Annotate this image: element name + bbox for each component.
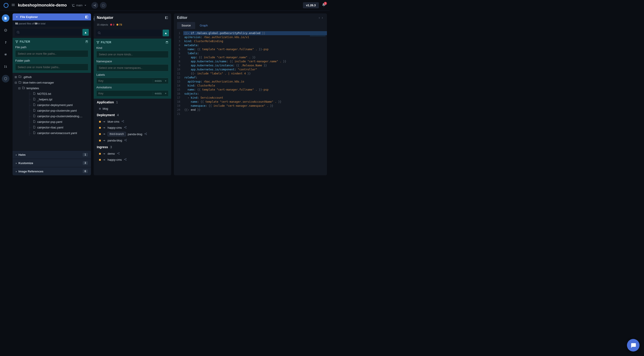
layout-icon[interactable] — [165, 16, 168, 19]
tree-folder-templates[interactable]: ⊟templates — [12, 85, 91, 91]
tree-file[interactable]: cainjector-deployment.yaml — [12, 102, 91, 108]
tree-file[interactable]: _helpers.tpl — [12, 97, 91, 102]
svg-point-16 — [122, 121, 122, 122]
labels-key-input[interactable] — [98, 79, 153, 83]
svg-rect-7 — [86, 16, 86, 18]
annotations-exists[interactable]: exists — [153, 92, 164, 95]
accordion-kustomize[interactable]: ›Kustomize3 — [12, 159, 91, 167]
svg-point-18 — [123, 122, 124, 123]
tree-file[interactable]: cainjector-psp-clusterrole.yaml — [12, 108, 91, 113]
tab-source[interactable]: Source — [177, 22, 195, 29]
editor-next-button[interactable]: › — [321, 16, 324, 20]
tree-file[interactable]: cainjector-psp-clusterrolebinding.... — [12, 113, 91, 119]
notification-count: 1 — [324, 2, 327, 5]
branch-icon — [72, 4, 75, 7]
rail-validate-button[interactable] — [2, 27, 10, 34]
svg-point-31 — [124, 159, 125, 160]
annotations-label: Annotations — [96, 86, 168, 89]
rail-pr-button[interactable] — [2, 63, 10, 70]
layout-icon[interactable] — [85, 16, 88, 19]
branch-selector[interactable]: main — [72, 4, 87, 7]
file-path-label: File path — [15, 46, 88, 49]
folder-path-input[interactable] — [15, 64, 88, 71]
rail-settings-button[interactable] — [2, 75, 10, 83]
nav-group-application[interactable]: Application1 — [94, 99, 171, 106]
svg-point-4 — [4, 67, 6, 68]
notifications-button[interactable]: 1 — [322, 3, 326, 8]
nav-group-deployment[interactable]: Deployment4 — [94, 111, 171, 119]
chevron-down-icon[interactable] — [15, 16, 18, 19]
nav-item[interactable]: happy-cms — [94, 157, 171, 163]
tree-file[interactable]: cainjector-rbac.yaml — [12, 125, 91, 130]
svg-point-13 — [98, 32, 100, 34]
rail-files-button[interactable] — [2, 14, 10, 22]
code-editor[interactable]: 123456789101112131415161718192021 {{- if… — [174, 29, 327, 175]
svg-point-2 — [5, 43, 6, 44]
svg-point-24 — [146, 134, 147, 135]
annotations-key-input[interactable] — [98, 92, 153, 95]
accordion-image-references[interactable]: ›Image References6 — [12, 167, 91, 175]
nav-item[interactable]: blog — [94, 106, 171, 111]
labels-exists[interactable]: exists — [153, 79, 164, 83]
navigator-collapse-button[interactable]: ▲ — [163, 30, 169, 36]
file-path-input[interactable] — [15, 50, 88, 57]
svg-rect-15 — [166, 42, 168, 42]
tree-file[interactable]: cainjector-serviceaccount.yaml — [12, 130, 91, 136]
filter-label: FILTER — [101, 41, 111, 44]
accordion-helm[interactable]: ›Helm1 — [12, 150, 91, 159]
tree-folder-blue-helm[interactable]: ⊟blue-helm-cert-manager — [12, 80, 91, 85]
project-name: kubeshop/monokle-demo — [18, 3, 67, 8]
save-filter-icon[interactable] — [85, 40, 88, 43]
minimap[interactable] — [310, 31, 326, 45]
editor-prev-button[interactable]: ‹ — [318, 16, 321, 20]
filter-label: FILTER — [20, 40, 30, 43]
svg-point-20 — [126, 126, 126, 127]
kind-input[interactable] — [96, 51, 168, 58]
svg-point-1 — [5, 41, 6, 42]
svg-point-28 — [117, 153, 118, 154]
save-filter-icon[interactable] — [165, 41, 168, 44]
kind-label: Kind — [96, 46, 168, 50]
panel-collapse-button[interactable]: ◀ — [94, 16, 95, 21]
branch-name: main — [76, 4, 82, 7]
svg-point-21 — [126, 128, 126, 129]
nav-item[interactable]: third-branchpanda-blog — [94, 131, 171, 137]
chevron-down-icon — [84, 4, 87, 7]
svg-point-25 — [124, 140, 125, 141]
rail-compare-button[interactable] — [2, 51, 10, 58]
nav-item[interactable]: blue-cms — [94, 119, 171, 125]
explorer-title: File Explorer — [20, 15, 38, 19]
svg-point-26 — [126, 139, 127, 140]
svg-point-3 — [4, 66, 6, 66]
svg-point-19 — [124, 127, 125, 128]
folder-path-label: Folder path — [15, 59, 88, 62]
explorer-search-input[interactable] — [15, 29, 81, 36]
search-icon — [16, 31, 20, 34]
sync-button[interactable] — [100, 2, 107, 9]
labels-label: Labels — [96, 73, 168, 77]
tree-file[interactable]: cainjector-psp.yaml — [12, 119, 91, 125]
svg-point-23 — [146, 133, 147, 133]
explorer-collapse-button[interactable]: ▲ — [82, 29, 89, 36]
share-button[interactable] — [92, 2, 98, 9]
labels-add-button[interactable]: + — [163, 79, 166, 83]
svg-rect-10 — [86, 41, 87, 42]
annotations-add-button[interactable]: + — [163, 92, 166, 95]
tree-folder-github[interactable]: ⊞.github — [12, 74, 91, 80]
version-badge[interactable]: v1.26.3 — [303, 2, 319, 8]
navigator-search-input[interactable] — [96, 30, 161, 36]
tab-graph[interactable]: Graph — [195, 22, 212, 29]
svg-point-8 — [17, 31, 19, 33]
error-count: 0 — [110, 23, 114, 26]
menu-button[interactable] — [11, 3, 15, 8]
svg-point-32 — [126, 158, 126, 159]
nav-item[interactable]: demo — [94, 151, 171, 157]
nav-item[interactable]: panda-blog — [94, 137, 171, 144]
svg-point-27 — [126, 141, 127, 141]
rail-git-button[interactable] — [2, 39, 10, 46]
svg-point-17 — [123, 120, 124, 121]
nav-item[interactable]: happy-cms — [94, 125, 171, 131]
nav-group-ingress[interactable]: Ingress3 — [94, 144, 171, 151]
tree-file[interactable]: NOTES.txt — [12, 91, 91, 97]
namespace-input[interactable] — [96, 64, 168, 71]
